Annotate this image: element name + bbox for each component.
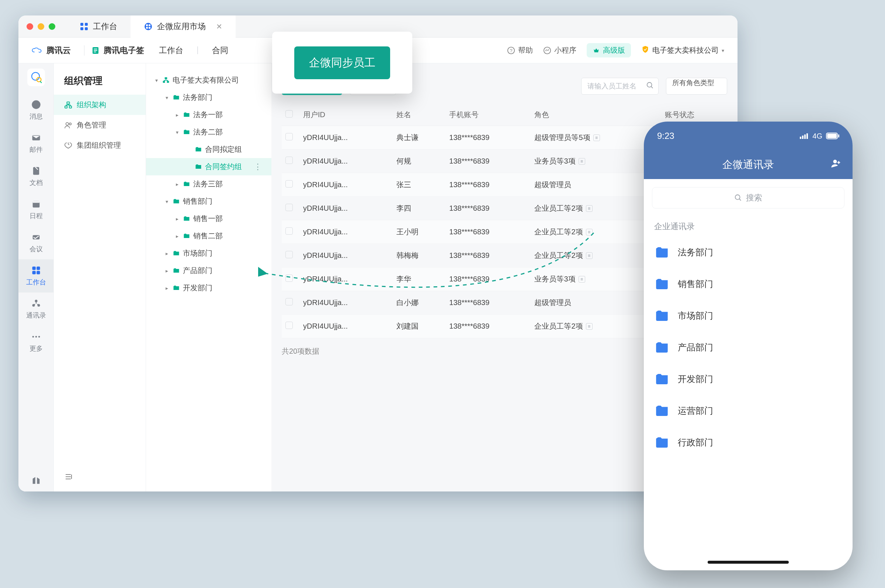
svg-rect-1 (85, 23, 88, 26)
cell-phone: 138****6839 (446, 126, 531, 150)
tree-node[interactable]: ▾法务二部 (146, 123, 271, 141)
panel-title: 组织管理 (54, 63, 146, 94)
phone-dept-item[interactable]: 产品部门 (644, 332, 853, 363)
role-list-icon[interactable]: ≡ (579, 276, 585, 283)
phone-dept-item[interactable]: 销售部门 (644, 268, 853, 300)
close-tab-icon[interactable]: ✕ (216, 22, 222, 31)
col-name: 姓名 (393, 104, 446, 126)
rail-calendar[interactable]: 日程 (18, 193, 53, 226)
rail-docs[interactable]: 文档 (18, 160, 53, 193)
row-checkbox[interactable] (285, 274, 293, 282)
role-list-icon[interactable]: ≡ (579, 158, 585, 165)
svg-rect-8 (149, 27, 151, 29)
nav-contract[interactable]: 合同 (212, 45, 228, 56)
window-traffic-lights (27, 23, 55, 30)
rail-workspace[interactable]: 工作台 (18, 260, 53, 292)
row-checkbox[interactable] (285, 227, 293, 235)
phone-search-input[interactable]: 搜索 (652, 187, 844, 208)
maximize-window-icon[interactable] (49, 23, 55, 30)
nav-workspace[interactable]: 工作台 (159, 45, 183, 56)
row-checkbox[interactable] (285, 157, 293, 164)
tree-node[interactable]: ▸开发部门 (146, 279, 271, 297)
svg-rect-5 (146, 24, 148, 26)
svg-rect-46 (838, 135, 839, 137)
lp-role-mgmt[interactable]: 角色管理 (54, 115, 146, 135)
brand-esign[interactable]: 腾讯电子签 (91, 45, 144, 56)
phone-dept-item[interactable]: 法务部门 (644, 237, 853, 268)
more-icon[interactable]: ⋮ (254, 162, 262, 172)
phone-title: 企微通讯录 (722, 158, 774, 172)
phone-dept-item[interactable]: 行政部门 (644, 427, 853, 458)
sync-popup-button[interactable]: 企微同步员工 (294, 46, 390, 79)
role-list-icon[interactable]: ≡ (586, 323, 593, 330)
tree-node[interactable]: ▸产品部门 (146, 262, 271, 279)
brand-text: 腾讯电子签 (104, 45, 144, 56)
role-list-icon[interactable]: ≡ (586, 229, 593, 236)
lp-org-structure[interactable]: 组织架构 (54, 94, 146, 115)
phone-dept-item[interactable]: 开发部门 (644, 363, 853, 395)
cell-phone: 138****6839 (446, 244, 531, 267)
tree-node[interactable]: ▸法务一部 (146, 106, 271, 123)
brand-tencent-cloud[interactable]: 腾讯云 (32, 45, 71, 56)
cell-name: 李四 (393, 197, 446, 220)
role-list-icon[interactable]: ≡ (586, 205, 593, 212)
svg-point-30 (38, 336, 40, 338)
checkbox-all[interactable] (285, 110, 293, 117)
role-list-icon[interactable]: ≡ (593, 135, 600, 141)
tree-node[interactable]: ▾法务部门 (146, 89, 271, 106)
nav-links: 工作台 | 合同 (159, 45, 228, 56)
rail-mail[interactable]: 邮件 (18, 127, 53, 160)
minimize-window-icon[interactable] (38, 23, 44, 30)
row-checkbox[interactable] (285, 298, 293, 305)
phone-dept-item[interactable]: 运营部门 (644, 395, 853, 427)
svg-point-39 (647, 82, 652, 87)
add-user-icon[interactable] (831, 158, 841, 172)
chevron-down-icon: ▾ (722, 48, 724, 53)
svg-point-15 (32, 100, 40, 109)
rail-building-icon[interactable] (18, 470, 53, 492)
rail-contacts[interactable]: 通讯录 (18, 292, 53, 326)
svg-rect-42 (804, 135, 806, 139)
role-filter-select[interactable]: 所有角色类型 (666, 78, 727, 94)
row-checkbox[interactable] (285, 322, 293, 329)
tree-leaf-selected[interactable]: 合同签约组⋮ (146, 158, 271, 176)
role-list-icon[interactable]: ≡ (586, 252, 593, 259)
cell-uid: yDRI4UUjja... (300, 220, 393, 244)
tree-leaf[interactable]: 合同拟定组 (146, 141, 271, 158)
tab-label: 企微应用市场 (157, 21, 206, 32)
row-checkbox[interactable] (285, 251, 293, 258)
miniprogram-button[interactable]: 小程序 (543, 45, 576, 55)
app-avatar-icon[interactable] (27, 69, 45, 86)
row-checkbox[interactable] (285, 180, 293, 188)
tree-node[interactable]: ▸销售一部 (146, 210, 271, 227)
tab-workspace[interactable]: 工作台 (66, 15, 131, 38)
rail-more[interactable]: 更多 (18, 326, 53, 359)
tree-node[interactable]: ▸销售二部 (146, 227, 271, 244)
phone-dept-item[interactable]: 市场部门 (644, 300, 853, 332)
tab-app-market[interactable]: 企微应用市场 ✕ (131, 15, 236, 38)
cell-role: 企业员工等2项 ≡ (534, 250, 657, 261)
cell-phone: 138****6839 (446, 291, 531, 315)
cell-role: 超级管理员 (534, 298, 657, 308)
svg-point-29 (35, 336, 37, 338)
cell-role: 企业员工等2项 ≡ (534, 321, 657, 331)
tree-node[interactable]: ▸法务三部 (146, 176, 271, 193)
row-checkbox[interactable] (285, 204, 293, 211)
lp-group-org[interactable]: 集团组织管理 (54, 135, 146, 156)
org-selector[interactable]: 电子签大卖科技公司 ▾ (641, 45, 724, 55)
collapse-panel-icon[interactable] (54, 464, 146, 492)
tree-root[interactable]: ▾电子签大卖有限公司 (146, 72, 271, 89)
svg-rect-32 (65, 106, 67, 108)
premium-badge[interactable]: 高级版 (587, 43, 631, 57)
app-bar-right: ? 帮助 小程序 高级版 电子签大卖科技公司 ▾ (507, 43, 724, 57)
svg-rect-0 (80, 23, 83, 26)
rail-meeting[interactable]: 会议 (18, 226, 53, 260)
tree-node[interactable]: ▾销售部门 (146, 193, 271, 210)
phone-signal: 4G (800, 132, 839, 140)
rail-messages[interactable]: 消息 (18, 94, 53, 127)
close-window-icon[interactable] (27, 23, 33, 30)
row-checkbox[interactable] (285, 133, 293, 140)
cell-uid: yDRI4UUjja... (300, 126, 393, 150)
help-button[interactable]: ? 帮助 (507, 45, 533, 55)
tree-node[interactable]: ▸市场部门 (146, 244, 271, 262)
